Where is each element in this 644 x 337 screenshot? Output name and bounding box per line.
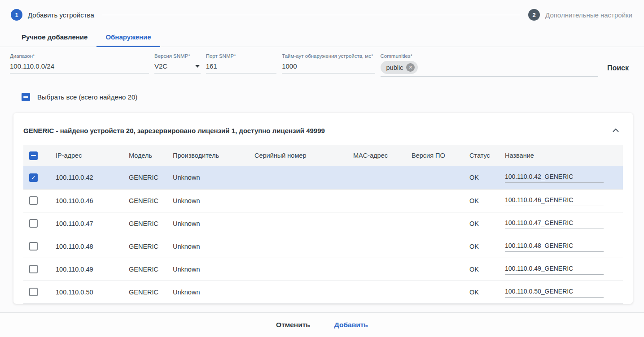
cell-vendor: Unknown xyxy=(167,281,249,303)
cell-model: GENERIC xyxy=(123,281,167,303)
select-all-label: Выбрать все (всего найдено 20) xyxy=(37,93,137,101)
cell-model: GENERIC xyxy=(123,166,167,189)
cell-model: GENERIC xyxy=(123,189,167,212)
communities-input[interactable]: public ✕ xyxy=(381,61,598,77)
timeout-input[interactable] xyxy=(282,61,375,73)
snmp-port-field-group: Порт SNMP* xyxy=(206,53,277,73)
column-vendor: Производитель xyxy=(167,145,249,166)
timeout-label: Тайм-аут обнаружения устройств, мс* xyxy=(282,53,375,59)
cancel-button[interactable]: Отменить xyxy=(272,317,315,333)
range-label: Диапазон* xyxy=(10,53,149,59)
snmp-version-value: V2C xyxy=(154,61,201,73)
device-name-input[interactable] xyxy=(505,195,604,206)
snmp-version-label: Версия SNMP* xyxy=(154,53,201,59)
cell-status: OK xyxy=(464,258,499,281)
row-checkbox[interactable]: ✓ xyxy=(29,173,38,182)
cell-mac xyxy=(348,281,406,303)
cell-vendor: Unknown xyxy=(167,212,249,235)
cell-mac xyxy=(348,258,406,281)
chevron-down-icon xyxy=(195,65,200,68)
cell-status: OK xyxy=(464,166,499,189)
table-row: 100.110.0.48 GENERIC Unknown OK xyxy=(23,235,623,258)
cell-fw xyxy=(406,166,464,189)
row-checkbox[interactable] xyxy=(29,196,38,205)
group-title: GENERIC - найдено устройств 20, зарезерв… xyxy=(23,127,325,134)
table-header-row: IP-адрес Модель Производитель Серийный н… xyxy=(23,145,623,166)
device-name-input[interactable] xyxy=(505,172,604,183)
snmp-version-field-group: Версия SNMP* V2C xyxy=(154,53,201,73)
communities-label: Communities* xyxy=(381,53,598,59)
device-name-input[interactable] xyxy=(505,264,604,275)
range-field-group: Диапазон* xyxy=(10,53,149,73)
add-mode-tabs: Ручное добавление Обнаружение xyxy=(0,28,644,47)
timeout-field-group: Тайм-аут обнаружения устройств, мс* xyxy=(282,53,375,73)
community-chip: public ✕ xyxy=(381,61,418,74)
column-mac: MAC-адрес xyxy=(348,145,406,166)
stepper-connector xyxy=(102,15,520,15)
cell-mac xyxy=(348,235,406,258)
cell-vendor: Unknown xyxy=(167,166,249,189)
cell-ip: 100.110.0.42 xyxy=(50,166,123,189)
step-1-add-devices[interactable]: 1 Добавить устройства xyxy=(11,9,94,21)
chip-remove-icon[interactable]: ✕ xyxy=(406,63,415,72)
cell-mac xyxy=(348,189,406,212)
cell-ip: 100.110.0.47 xyxy=(50,212,123,235)
cell-serial xyxy=(249,189,348,212)
step-2-additional-settings[interactable]: 2 Дополнительные настройки xyxy=(528,9,632,21)
group-header: GENERIC - найдено устройств 20, зарезерв… xyxy=(23,113,623,145)
device-name-input[interactable] xyxy=(505,287,604,298)
table-row: 100.110.0.49 GENERIC Unknown OK xyxy=(23,258,623,281)
wizard-footer: Отменить Добавить xyxy=(0,312,644,337)
table-select-all-checkbox[interactable] xyxy=(29,151,38,160)
search-button[interactable]: Поиск xyxy=(604,61,632,75)
cell-fw xyxy=(406,189,464,212)
device-name-input[interactable] xyxy=(505,218,604,229)
snmp-version-select[interactable]: V2C xyxy=(154,61,201,73)
cell-serial xyxy=(249,235,348,258)
device-group-card: GENERIC - найдено устройств 20, зарезерв… xyxy=(13,113,633,304)
wizard-stepper: 1 Добавить устройства 2 Дополнительные н… xyxy=(0,0,644,22)
row-checkbox[interactable] xyxy=(29,265,38,273)
cell-status: OK xyxy=(464,212,499,235)
cell-fw xyxy=(406,281,464,303)
cell-serial xyxy=(249,258,348,281)
cell-fw xyxy=(406,212,464,235)
row-checkbox[interactable] xyxy=(29,219,38,228)
cell-serial xyxy=(249,281,348,303)
cell-model: GENERIC xyxy=(123,212,167,235)
communities-field-group: Communities* public ✕ xyxy=(381,53,598,77)
select-all-row: Выбрать все (всего найдено 20) xyxy=(0,77,644,101)
cell-mac xyxy=(348,166,406,189)
cell-fw xyxy=(406,258,464,281)
table-row: 100.110.0.46 GENERIC Unknown OK xyxy=(23,189,623,212)
select-all-checkbox[interactable] xyxy=(22,93,30,101)
column-status: Статус xyxy=(464,145,499,166)
snmp-port-input[interactable] xyxy=(206,61,277,73)
cell-ip: 100.110.0.50 xyxy=(50,281,123,303)
cell-vendor: Unknown xyxy=(167,189,249,212)
column-fw: Версия ПО xyxy=(406,145,464,166)
range-input[interactable] xyxy=(10,61,149,73)
add-button[interactable]: Добавить xyxy=(330,317,372,333)
step-1-label: Добавить устройства xyxy=(28,11,94,19)
cell-status: OK xyxy=(464,281,499,303)
tab-discovery[interactable]: Обнаружение xyxy=(96,28,160,47)
discovered-devices-table: IP-адрес Модель Производитель Серийный н… xyxy=(23,145,623,304)
chevron-up-icon xyxy=(612,128,619,133)
row-checkbox[interactable] xyxy=(29,242,38,251)
column-model: Модель xyxy=(123,145,167,166)
cell-ip: 100.110.0.48 xyxy=(50,235,123,258)
cell-ip: 100.110.0.46 xyxy=(50,189,123,212)
collapse-group-button[interactable] xyxy=(610,125,621,136)
tab-manual-add[interactable]: Ручное добавление xyxy=(13,28,96,47)
column-serial: Серийный номер xyxy=(249,145,348,166)
device-name-input[interactable] xyxy=(505,241,604,252)
cell-fw xyxy=(406,235,464,258)
snmp-port-label: Порт SNMP* xyxy=(206,53,277,59)
column-ip: IP-адрес xyxy=(50,145,123,166)
step-1-badge: 1 xyxy=(11,9,22,21)
cell-model: GENERIC xyxy=(123,235,167,258)
row-checkbox[interactable] xyxy=(29,288,38,296)
cell-vendor: Unknown xyxy=(167,235,249,258)
cell-mac xyxy=(348,212,406,235)
